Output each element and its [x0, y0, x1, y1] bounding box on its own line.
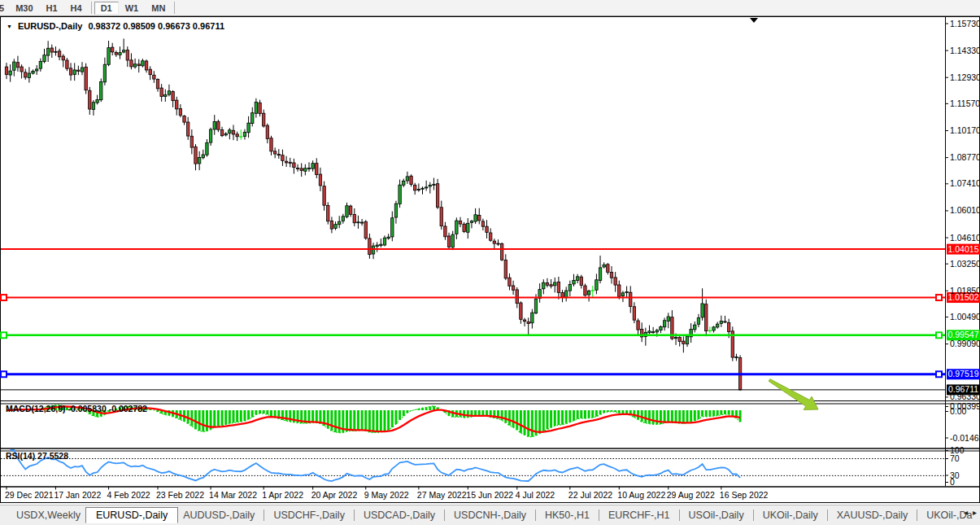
tab-separator — [753, 510, 754, 521]
tab-separator — [679, 510, 680, 521]
tab-separator — [917, 510, 917, 521]
tab-separator — [535, 510, 536, 521]
svg-text:29 Aug 2022: 29 Aug 2022 — [667, 490, 715, 500]
svg-text:0.96330: 0.96330 — [950, 392, 980, 401]
tab-scroll-right-icon[interactable]: ▸ — [970, 508, 979, 517]
tab-usoil-daily[interactable]: USOil-,Daily — [684, 508, 749, 523]
svg-text:1.04015: 1.04015 — [948, 244, 979, 254]
svg-text:0.99090: 0.99090 — [950, 339, 980, 348]
tab-usdcad-daily[interactable]: USDCAD-,Daily — [359, 508, 440, 523]
svg-text:10 Aug 2022: 10 Aug 2022 — [617, 490, 665, 500]
tab-separator — [264, 510, 264, 521]
svg-text:0.00: 0.00 — [950, 406, 967, 416]
svg-text:0: 0 — [950, 477, 955, 487]
svg-text:-0.01469: -0.01469 — [950, 433, 980, 443]
svg-text:17 Jan 2022: 17 Jan 2022 — [54, 490, 101, 500]
svg-text:20 Apr 2022: 20 Apr 2022 — [311, 490, 358, 500]
svg-text:4 Feb 2022: 4 Feb 2022 — [107, 490, 150, 500]
svg-text:14 Mar 2022: 14 Mar 2022 — [209, 490, 257, 500]
tab-hk50-h1[interactable]: HK50-,H1 — [540, 508, 595, 523]
tab-xauusd-daily[interactable]: XAUUSD-,Daily — [832, 508, 913, 523]
tab-eurchf-h1[interactable]: EURCHF-,H1 — [603, 508, 675, 523]
tab-scroll-left-icon[interactable]: ◂ — [961, 508, 970, 517]
rsi-indicator-label: RSI(14) 27.5528 — [6, 451, 68, 461]
svg-text:1.04610: 1.04610 — [950, 233, 980, 243]
svg-text:4 Jul 2022: 4 Jul 2022 — [516, 490, 555, 500]
svg-text:1.15730: 1.15730 — [950, 19, 980, 28]
svg-text:9 May 2022: 9 May 2022 — [364, 490, 409, 500]
mt4-window: 5M30H1H4D1W1MN ▼ EURUSD-,Daily 0.98372 0… — [0, 0, 980, 525]
tab-separator — [354, 510, 355, 521]
svg-text:1.01850: 1.01850 — [950, 286, 980, 295]
tab-separator — [444, 510, 445, 521]
chart-ohlc-values: 0.98372 0.98509 0.96673 0.96711 — [88, 21, 224, 31]
tab-eurusd-daily[interactable]: EURUSD-,Daily — [85, 507, 178, 523]
svg-text:29 Dec 2021: 29 Dec 2021 — [5, 490, 54, 500]
svg-text:70: 70 — [950, 453, 960, 463]
tab-usdchf-daily[interactable]: USDCHF-,Daily — [268, 508, 350, 523]
svg-text:1.03250: 1.03250 — [950, 259, 980, 269]
svg-text:0.97519: 0.97519 — [948, 369, 979, 378]
svg-text:16 Sep 2022: 16 Sep 2022 — [720, 490, 769, 500]
tab-separator — [599, 510, 599, 521]
svg-text:1.00490: 1.00490 — [950, 312, 980, 322]
macd-indicator-label: MACD(12,26,9) -0.005830 -0.002782 — [6, 404, 147, 413]
svg-text:1.14330: 1.14330 — [950, 46, 980, 55]
chart-frame — [1, 17, 980, 503]
svg-text:1.06010: 1.06010 — [950, 205, 980, 215]
svg-text:23 Feb 2022: 23 Feb 2022 — [156, 490, 204, 500]
chart-tab-bar: USDX,WeeklyEURUSD-,DailyAUDUSD-,DailyUSD… — [0, 505, 980, 525]
svg-text:15 Jun 2022: 15 Jun 2022 — [466, 490, 513, 500]
tab-usdcnh-daily[interactable]: USDCNH-,Daily — [449, 508, 531, 523]
svg-text:22 Jul 2022: 22 Jul 2022 — [568, 490, 612, 500]
svg-text:1.07410: 1.07410 — [950, 178, 980, 188]
price-axis: 1.157301.143301.129301.115701.101701.087… — [945, 19, 980, 402]
tab-usdx-weekly[interactable]: USDX,Weekly — [11, 508, 85, 523]
tab-scroll-buttons: ◂ ▸ — [961, 508, 979, 517]
svg-text:1.10170: 1.10170 — [950, 125, 980, 135]
chart-symbol-label: EURUSD-,Daily — [18, 21, 82, 31]
svg-text:27 May 2022: 27 May 2022 — [417, 490, 467, 500]
chart-title: ▼ EURUSD-,Daily 0.98372 0.98509 0.96673 … — [7, 21, 224, 31]
tab-audusd-daily[interactable]: AUDUSD-,Daily — [178, 508, 259, 523]
tab-ukoil-daily[interactable]: UKOil-,Daily — [758, 508, 823, 523]
svg-text:1.11570: 1.11570 — [950, 98, 980, 108]
svg-text:1.12930: 1.12930 — [950, 72, 980, 82]
price-chart-canvas[interactable]: 1.040151.015020.995470.975190.967111.157… — [0, 0, 980, 525]
chart-dropdown-icon[interactable]: ▼ — [7, 24, 12, 29]
svg-text:1 Apr 2022: 1 Apr 2022 — [262, 490, 303, 500]
tab-separator — [827, 510, 828, 521]
svg-text:1.08770: 1.08770 — [950, 152, 980, 162]
